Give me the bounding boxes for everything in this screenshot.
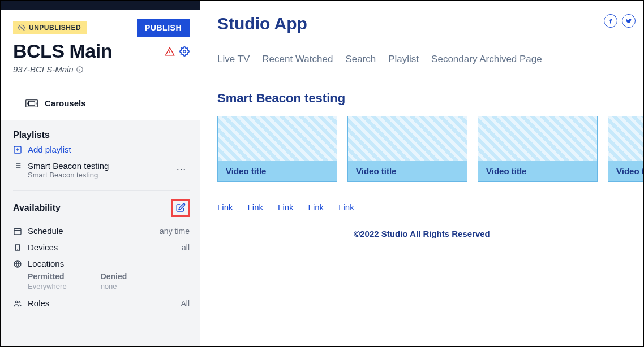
video-card[interactable]: Video title (217, 116, 337, 182)
add-playlist-button[interactable]: Add playlist (13, 145, 190, 154)
carousels-nav-item[interactable]: Carousels (13, 90, 190, 116)
users-icon (13, 299, 22, 308)
preview-nav: Live TV Recent Watched Search Playlist S… (217, 54, 643, 65)
locations-sub: Permitted Everywhere Denied none (13, 272, 190, 290)
denied-label: Denied (101, 272, 127, 281)
video-card[interactable]: Video title (347, 116, 467, 182)
video-thumb (348, 116, 467, 161)
playlist-item-subtitle: Smart Beacon testing (28, 171, 168, 179)
info-icon[interactable] (76, 66, 84, 73)
video-caption: Video title (478, 161, 597, 181)
video-cards-row: Video title Video title Video title Vide… (217, 116, 643, 182)
footer-link[interactable]: Link (248, 202, 264, 212)
playlist-item-title: Smart Beacon testing (28, 161, 168, 171)
svg-rect-5 (14, 228, 21, 235)
nav-item[interactable]: Secondary Archived Page (431, 54, 542, 65)
footer-link[interactable]: Link (338, 202, 354, 212)
schedule-label: Schedule (28, 226, 63, 236)
availability-schedule-row: Schedule any time (13, 223, 190, 239)
video-caption: Video title (218, 161, 337, 181)
video-thumb (478, 116, 597, 161)
app-title: Studio App (217, 14, 307, 33)
facebook-icon[interactable] (604, 14, 617, 28)
video-caption: Video title (348, 161, 467, 181)
devices-value: all (182, 243, 190, 252)
playlists-heading: Playlists (13, 130, 190, 140)
nav-item[interactable]: Live TV (217, 54, 250, 65)
list-icon (13, 161, 22, 170)
eye-off-icon (18, 24, 25, 32)
availability-devices-row: Devices all (13, 239, 190, 255)
publish-button[interactable]: PUBLISH (137, 19, 190, 37)
page-id-line: 937-BCLS-Main (13, 64, 190, 74)
divider (13, 190, 190, 191)
status-badge-label: UNPUBLISHED (29, 24, 81, 32)
sidebar: UNPUBLISHED PUBLISH BCLS Main 937-BCLS-M… (1, 1, 200, 346)
video-thumb (218, 116, 337, 161)
gear-icon[interactable] (179, 46, 190, 57)
nav-item[interactable]: Recent Watched (262, 54, 333, 65)
edit-availability-highlight (171, 199, 190, 217)
playlist-item-menu[interactable]: … (174, 161, 190, 173)
add-playlist-label: Add playlist (28, 145, 71, 154)
devices-label: Devices (28, 242, 58, 252)
nav-item[interactable]: Search (345, 54, 376, 65)
carousels-label: Carousels (45, 98, 86, 108)
permitted-label: Permitted (28, 272, 67, 281)
carousel-icon (25, 99, 38, 108)
footer-links: Link Link Link Link Link (217, 202, 643, 212)
schedule-value: any time (160, 227, 190, 236)
status-badge-unpublished: UNPUBLISHED (13, 21, 87, 34)
denied-value: none (101, 282, 127, 290)
warning-icon[interactable] (165, 46, 175, 57)
footer-link[interactable]: Link (308, 202, 324, 212)
roles-label: Roles (28, 298, 49, 308)
video-card[interactable]: Video title (608, 116, 643, 182)
edit-icon[interactable] (175, 203, 186, 213)
video-thumb (608, 116, 643, 161)
calendar-icon (13, 227, 22, 236)
roles-value: All (181, 299, 190, 308)
plus-box-icon (13, 145, 22, 154)
svg-point-8 (15, 301, 18, 303)
locations-label: Locations (28, 259, 64, 268)
svg-point-9 (19, 301, 20, 303)
video-caption: Video title (608, 161, 643, 181)
device-icon (13, 243, 22, 252)
twitter-icon[interactable] (622, 14, 636, 28)
video-card[interactable]: Video title (478, 116, 598, 182)
nav-item[interactable]: Playlist (388, 54, 419, 65)
globe-icon (13, 259, 22, 268)
page-title: BCLS Main (13, 40, 112, 62)
carousel-section-title: Smart Beacon testing (217, 91, 643, 106)
availability-locations-row: Locations (13, 255, 190, 272)
footer-link[interactable]: Link (217, 202, 233, 212)
playlist-item[interactable]: Smart Beacon testing Smart Beacon testin… (13, 160, 190, 180)
footer-copyright: ©2022 Studio All Rights Reserved (217, 229, 643, 238)
svg-point-0 (183, 50, 186, 53)
availability-heading: Availability (13, 203, 61, 213)
availability-roles-row: Roles All (13, 295, 190, 311)
page-id-text: 937-BCLS-Main (13, 64, 74, 74)
main-preview: Studio App Live TV Recent Watched Search… (200, 1, 643, 346)
permitted-value: Everywhere (28, 282, 67, 290)
footer-link[interactable]: Link (278, 202, 294, 212)
top-dark-bar (1, 1, 200, 10)
svg-rect-3 (29, 101, 35, 106)
